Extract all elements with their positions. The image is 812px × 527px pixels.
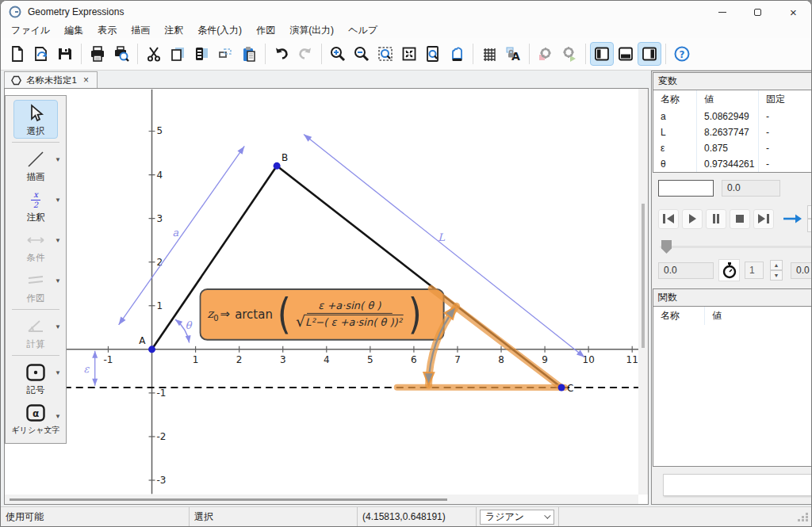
canvas-vertical-scrollbar[interactable] (638, 89, 648, 495)
paste-button[interactable] (237, 42, 261, 66)
tab-close-icon[interactable]: × (82, 74, 90, 86)
vertex-C-point[interactable] (558, 384, 565, 391)
toggle-bottom-panel-button[interactable] (614, 42, 638, 66)
functions-table[interactable]: 名称 値 (653, 307, 812, 325)
pause-button[interactable] (706, 209, 726, 229)
dimension-a-arrow (237, 146, 244, 154)
app-logo-icon (9, 6, 21, 18)
open-file-button[interactable] (29, 42, 53, 66)
chevron-down-icon[interactable]: ▼ (55, 197, 61, 204)
copy-button[interactable] (166, 42, 190, 66)
formula-box[interactable]: z0⇒arctan(ε +a·sin( θ )√L²−( ε +a·sin( θ… (199, 288, 444, 341)
toolbar: A ? (1, 38, 811, 71)
run-animation-button[interactable] (557, 42, 581, 66)
menu-2[interactable]: 表示 (90, 23, 124, 38)
right-panel: 変数 名称値固定a5.0862949-L8.2637747-ε0.875-θ0.… (651, 71, 812, 505)
new-document-button[interactable] (6, 42, 29, 66)
help-button[interactable]: ? (670, 42, 694, 66)
document-tab[interactable]: 名称未指定1 × (4, 71, 98, 88)
chevron-down-icon[interactable]: ▼ (55, 413, 61, 420)
spin-up-icon[interactable]: ▲ (807, 205, 812, 219)
spin-down-icon[interactable]: ▼ (770, 270, 783, 281)
variable-name: θ (653, 156, 696, 172)
formula-annotation[interactable]: z0⇒arctan(ε +a·sin( θ )√L²−( ε +a·sin( θ… (199, 288, 452, 347)
menu-3[interactable]: 描画 (124, 23, 157, 38)
tool-construct[interactable]: 作図 ▼ (6, 266, 66, 307)
chevron-down-icon[interactable]: ▼ (55, 323, 61, 330)
tool-calculate[interactable]: 計算 ▼ (6, 312, 66, 353)
animation-start-value[interactable]: 0.0 (658, 262, 714, 279)
print-button[interactable] (86, 42, 109, 66)
expression-input[interactable] (663, 474, 812, 496)
copy-selection-button[interactable] (213, 42, 237, 66)
pan-button[interactable] (445, 42, 469, 66)
angle-unit-value: ラジアン (485, 510, 524, 524)
spin-down-icon[interactable]: ▼ (807, 219, 812, 232)
canvas-horizontal-scrollbar[interactable] (5, 495, 638, 504)
zoom-fit-button[interactable] (397, 42, 421, 66)
animation-settings-button[interactable] (534, 42, 557, 66)
redo-button[interactable] (293, 42, 317, 66)
chevron-down-icon[interactable]: ▼ (55, 369, 61, 376)
variable-lock: - (758, 124, 812, 140)
formula-fraction: ε +a·sin( θ )√L²−( ε +a·sin( θ ))² (296, 300, 404, 330)
slider-thumb[interactable] (661, 240, 672, 254)
angle-unit-select[interactable]: ラジアン (480, 510, 554, 525)
play-button[interactable] (682, 209, 703, 229)
menu-0[interactable]: ファイル (4, 23, 57, 38)
variables-panel-title: 変数 (653, 73, 812, 90)
toggle-right-panel-button[interactable] (638, 42, 661, 66)
select-cursor-icon (27, 102, 44, 124)
menu-6[interactable]: 作図 (249, 23, 282, 38)
print-preview-button[interactable] (109, 42, 133, 66)
copy-picture-button[interactable] (190, 42, 213, 66)
timer-button[interactable] (718, 259, 740, 281)
chevron-down-icon (544, 512, 550, 518)
variables-table[interactable]: 名称値固定a5.0862949-L8.2637747-ε0.875-θ0.973… (653, 90, 812, 172)
tool-constraint[interactable]: 条件 ▼ (6, 226, 66, 266)
direction-arrow-icon[interactable] (782, 213, 802, 224)
tool-select[interactable]: 選択 (6, 99, 66, 139)
undo-button[interactable] (270, 42, 293, 66)
stop-button[interactable] (730, 209, 750, 229)
animation-value-display[interactable]: 0.0 (722, 180, 780, 197)
menu-8[interactable]: ヘルプ (341, 23, 385, 38)
menu-1[interactable]: 編集 (57, 23, 90, 38)
zoom-out-button[interactable] (350, 42, 373, 66)
vertex-B-point[interactable] (274, 162, 281, 170)
tool-symbol[interactable]: 記号 ▼ (6, 358, 66, 399)
rate-spinner: ▲ ▼ (770, 260, 783, 281)
chevron-down-icon[interactable]: ▼ (55, 237, 61, 244)
zoom-page-button[interactable] (421, 42, 445, 66)
skip-to-start-button[interactable] (658, 209, 679, 229)
tool-annotation[interactable]: x2 注釈 ▼ (6, 185, 66, 226)
save-button[interactable] (53, 42, 77, 66)
resize-grip[interactable] (798, 513, 809, 521)
minimize-button[interactable] (704, 1, 740, 23)
zoom-selection-button[interactable] (373, 42, 397, 66)
grid-toggle-button[interactable] (477, 42, 501, 66)
menu-5[interactable]: 条件(入力) (190, 23, 249, 38)
menu-7[interactable]: 演算(出力) (282, 23, 341, 38)
toggle-left-panel-button[interactable] (590, 42, 614, 66)
animation-rate-field[interactable]: 1 (745, 262, 764, 279)
animation-variable-input[interactable] (658, 180, 714, 197)
skip-to-end-button[interactable] (753, 209, 774, 229)
tool-greek[interactable]: α ギリシャ文字 ▼ (6, 399, 66, 438)
zoom-in-button[interactable] (326, 42, 350, 66)
geometry-canvas-svg[interactable]: -11234567891011-3-2-112345aLεθz0⇒arctan(… (5, 89, 638, 495)
maximize-button[interactable] (740, 1, 776, 23)
menu-4[interactable]: 注釈 (157, 23, 190, 38)
text-style-lock-button[interactable]: A (501, 42, 525, 66)
animation-end-value[interactable]: 0.0 (791, 262, 812, 279)
close-button[interactable]: × (776, 1, 811, 23)
angle-icon (26, 315, 45, 338)
cut-button[interactable] (142, 42, 166, 66)
animation-slider[interactable] (660, 239, 812, 254)
spin-up-icon[interactable]: ▲ (770, 260, 783, 270)
vertex-A-point[interactable] (148, 346, 155, 353)
chevron-down-icon[interactable]: ▼ (55, 156, 61, 163)
drawing-canvas[interactable]: -11234567891011-3-2-112345aLεθz0⇒arctan(… (4, 88, 649, 505)
chevron-down-icon[interactable]: ▼ (55, 277, 61, 285)
tool-draw[interactable]: 描画 ▼ (6, 145, 66, 185)
